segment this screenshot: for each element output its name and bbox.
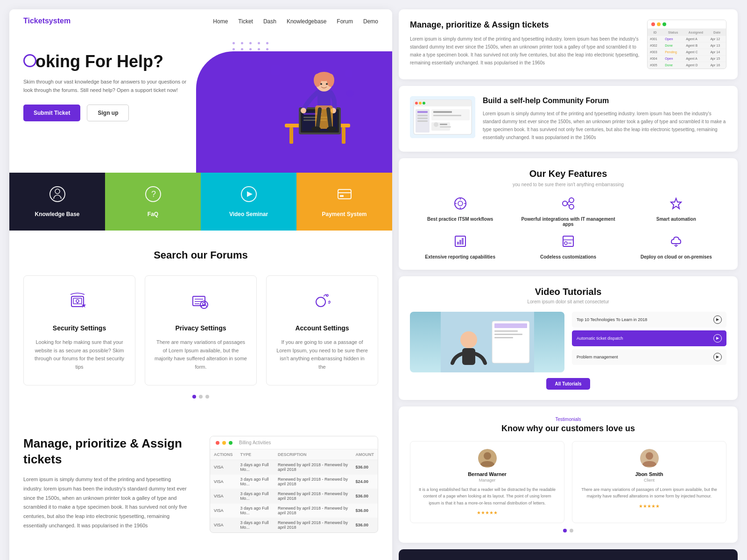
billing-cell: 3 days ago Full Mo... [237, 475, 274, 489]
tutorial-item-1[interactable]: Top 10 Technologies To Learn in 2018 ▶ [572, 312, 726, 328]
svg-point-89 [484, 452, 491, 460]
feature-card-faq[interactable]: ? FaQ [105, 173, 201, 231]
dot-yellow [222, 441, 226, 445]
forum-title: Search our Forums [23, 249, 378, 261]
billing-cell: VISA [210, 489, 237, 504]
svg-point-15 [326, 83, 328, 85]
tutorial-label-1: Top 10 Technologies To Learn in 2018 [577, 317, 647, 322]
svg-rect-22 [345, 70, 352, 77]
reporting-label: Extensive reporting capabilities [425, 254, 495, 259]
feature-card-payment[interactable]: Payment System [296, 173, 392, 231]
itsm-label: Best practice ITSM workflows [427, 217, 493, 222]
svg-point-67 [569, 198, 574, 203]
svg-point-19 [311, 126, 321, 131]
billing-cell: $36.00 [352, 460, 378, 475]
testi-dot-1[interactable] [563, 529, 567, 532]
stars-2: ★★★★★ [580, 504, 719, 509]
hero-section: oking For Help? Skim through our vast kn… [9, 33, 392, 173]
nav-dash[interactable]: Dash [263, 18, 276, 25]
billing-cell: Renewed by april 2018 - Renewed by april… [274, 489, 352, 504]
svg-rect-59 [433, 115, 461, 116]
community-title: Build a self-help Community Forum [483, 96, 726, 106]
all-tutorials-button[interactable]: All Tutorials [546, 378, 590, 390]
tutorial-label-2: Automatic ticket dispatch [577, 336, 623, 341]
feature-card-video[interactable]: Video Seminar [201, 173, 296, 231]
pagination-dot-2[interactable] [199, 395, 203, 399]
svg-marker-29 [247, 191, 253, 197]
community-text: Build a self-help Community Forum Lorem … [483, 96, 726, 141]
svg-point-77 [564, 242, 567, 245]
page-wrapper: Ticketsystem Home Ticket Dash Knowledgeb… [0, 0, 747, 560]
submit-ticket-button[interactable]: Submit Ticket [23, 105, 80, 121]
testi-dot-2[interactable] [570, 529, 573, 532]
mini-row: #004OpenAgent AApr 15 [648, 56, 726, 62]
right-manage-title: Manage, prioritize & Assign tickets [410, 20, 640, 30]
feature-card-knowledge[interactable]: Knowledge Base [9, 173, 105, 231]
svg-rect-74 [462, 238, 464, 245]
manage-section: Manage, prioritize & Assign tickets Lore… [9, 417, 392, 552]
avatar-1 [478, 449, 497, 468]
svg-rect-72 [457, 242, 459, 245]
billing-cell: $36.00 [352, 518, 378, 532]
feature-customizations: Codeless customizations [518, 234, 618, 259]
billing-cell: VISA [210, 475, 237, 489]
billing-cell: Renewed by april 2018 - Renewed by april… [274, 460, 352, 475]
testi-desc-2: There are many variations of passages of… [580, 486, 719, 500]
tutorials-content: Top 10 Technologies To Learn in 2018 ▶ A… [410, 312, 726, 372]
feature-cards: Knowledge Base ? FaQ Video Seminar Payme… [9, 173, 392, 231]
testi-role-2: Client [580, 478, 719, 483]
svg-point-45 [326, 294, 328, 296]
account-title: Account Settings [295, 324, 349, 332]
video-label: Video Seminar [229, 211, 268, 217]
nav-home[interactable]: Home [213, 18, 228, 25]
nav-ticket[interactable]: Ticket [238, 18, 253, 25]
forum-card-privacy[interactable]: Privacy Settings There are many variatio… [145, 275, 257, 385]
feature-itsm: Best practice ITSM workflows [410, 196, 510, 227]
right-manage-text: Manage, prioritize & Assign tickets Lore… [410, 20, 640, 67]
community-desc: Lorem ipsum is simply dummy text of the … [483, 110, 726, 141]
svg-rect-54 [417, 115, 428, 116]
svg-rect-32 [340, 195, 344, 197]
knowledge-label: Knowledge Base [35, 211, 79, 217]
svg-point-35 [76, 300, 79, 302]
community-card: Build a self-help Community Forum Lorem … [399, 86, 738, 152]
tutorial-item-3[interactable]: Problem management ▶ [572, 349, 726, 365]
svg-point-23 [346, 90, 354, 97]
nav-demo[interactable]: Demo [363, 18, 378, 25]
svg-point-44 [316, 297, 325, 307]
forum-pagination [23, 395, 378, 399]
mini-row: #002DoneAgent BApr 13 [648, 42, 726, 49]
svg-rect-2 [342, 127, 345, 144]
account-desc: If you are going to use a passage of Lor… [276, 338, 368, 371]
billing-row: VISA3 days ago Full Mo...Renewed by apri… [210, 489, 378, 504]
hero-illustration [257, 42, 369, 154]
billing-table: ACTIONS TYPE DESCRIPTION AMOUNT VISA3 da… [210, 449, 378, 532]
deploy-icon [669, 234, 683, 252]
svg-rect-55 [417, 118, 428, 119]
pagination-dot-1[interactable] [192, 395, 196, 399]
billing-cell: $36.00 [352, 504, 378, 518]
mini-row: #001OpenAgent AApr 12 [648, 36, 726, 42]
mini-col-2: Status [662, 29, 684, 36]
svg-point-14 [320, 83, 322, 85]
right-screenshot: ID Status Assigned Date #001OpenAgent AA… [647, 20, 726, 69]
mini-dot-green [662, 22, 666, 26]
pagination-dot-3[interactable] [205, 395, 209, 399]
tutorial-label-3: Problem management [577, 355, 618, 359]
svg-rect-58 [433, 111, 452, 113]
avatar-2 [640, 449, 659, 468]
forum-card-security[interactable]: ★ Security Settings Looking for help mak… [23, 275, 135, 385]
customizations-label: Codeless customizations [540, 254, 596, 259]
nav-knowledgebase[interactable]: Knowledgebase [287, 18, 326, 25]
hero-content: oking For Help? Skim through our vast kn… [23, 51, 191, 121]
nav-links: Home Ticket Dash Knowledgebase Forum Dem… [213, 17, 378, 25]
privacy-icon [189, 290, 212, 318]
nav-forum[interactable]: Forum [337, 18, 353, 25]
testi-pagination [410, 529, 726, 532]
testi-name-2: Jbon Smith [580, 471, 719, 477]
signup-button[interactable]: Sign up [87, 105, 129, 121]
dot-green [229, 441, 233, 445]
tutorial-item-2[interactable]: Automatic ticket dispatch ▶ [572, 330, 726, 346]
testi-role-1: Manager [418, 478, 557, 483]
forum-card-account[interactable]: Account Settings If you are going to use… [266, 275, 378, 385]
